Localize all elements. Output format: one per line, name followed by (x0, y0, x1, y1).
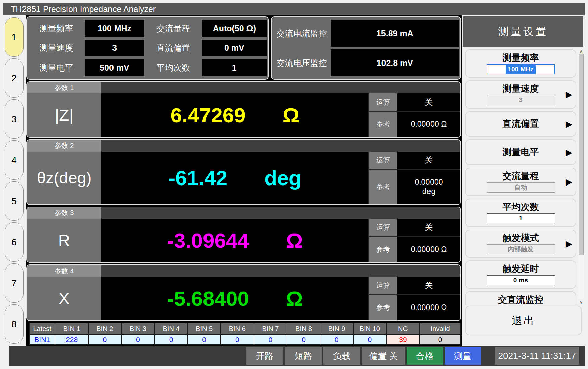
page-tab-5[interactable]: 5 (5, 181, 24, 221)
setting-value-frequency[interactable]: 100 MHz (85, 20, 144, 37)
setting-value-level[interactable]: 500 mV (85, 59, 144, 76)
submenu-arrow-icon: ▶ (566, 147, 572, 158)
parameter-name[interactable]: θz(deg) (27, 152, 101, 204)
parameter-name[interactable]: R (27, 219, 101, 262)
bin-value-invalid: 0 (420, 334, 460, 344)
reference-value[interactable]: 0.00000 Ω (397, 237, 460, 262)
setting-value-dc-bias[interactable]: 0 mV (202, 40, 267, 57)
monitor-label: 交流电流监控 (273, 20, 331, 47)
reference-value[interactable]: 0.00000 deg (397, 170, 460, 204)
bin-header-cell: BIN 6 (221, 323, 254, 334)
sidebar-item-label: 直流偏置 (503, 118, 539, 129)
measure-status-badge: 测量 (445, 347, 481, 365)
sidebar-item-speed[interactable]: 测量速度 3 ▶ (465, 80, 576, 109)
bin-value-cell: 0 (287, 334, 321, 344)
scroll-up-icon[interactable]: ∧ (578, 48, 584, 54)
page-tab-4[interactable]: 4 (5, 140, 24, 180)
bin-value-cell: 228 (55, 334, 89, 344)
short-correction-button[interactable]: 短路 (285, 347, 322, 365)
monitor-value-current: 15.89 mA (331, 20, 459, 47)
parameter-reading: 6.47269 Ω (101, 93, 368, 137)
load-correction-button[interactable]: 负载 (323, 347, 360, 365)
parameter-reading: -3.09644 Ω (101, 219, 368, 262)
ac-range-input[interactable]: 自动 (487, 182, 555, 193)
page-tab-column: 1 2 3 4 5 6 7 8 (3, 15, 26, 346)
bin-header-cell: BIN 7 (254, 323, 287, 334)
operation-value[interactable]: 关 (397, 219, 460, 236)
speed-input[interactable]: 3 (487, 95, 555, 105)
sidebar-item-average[interactable]: 平均次数 1 (465, 199, 576, 227)
pass-status-badge: 合格 (407, 347, 443, 365)
bin-value-cell: 0 (354, 334, 387, 344)
setting-value-ac-range[interactable]: Auto(50 Ω) (202, 20, 267, 37)
monitor-label: 交流电压监控 (273, 49, 331, 76)
bin-header-cell: BIN 3 (122, 323, 155, 334)
trigger-mode-input[interactable]: 内部触发 (487, 244, 555, 254)
bin-table-values: BIN1 228 0 0 0 0 0 0 0 0 0 39 0 (30, 334, 460, 344)
measure-settings-panel: 测量频率 100 MHz 交流量程 Auto(50 Ω) 测量速度 3 直流偏置… (26, 16, 269, 80)
page-tab-1[interactable]: 1 (5, 17, 24, 57)
bin-value-cell: 0 (155, 334, 188, 344)
page-tab-7[interactable]: 7 (5, 263, 24, 303)
title-bar: TH2851 Precision Impedance Analyzer (3, 3, 585, 15)
sidebar-item-label: 测量频率 (503, 52, 539, 64)
sidebar-item-level[interactable]: 测量电平 ▶ (465, 139, 576, 165)
submenu-arrow-icon: ▶ (566, 239, 572, 249)
bin-value-cell: 0 (89, 334, 122, 344)
parameter-panel-3: 参数 3 R -3.09644 Ω 运算 关 (26, 207, 461, 263)
operation-label: 运算 (369, 219, 397, 236)
sidebar-item-dc-bias[interactable]: 直流偏置 ▶ (465, 111, 576, 137)
parameter-panel-2: 参数 2 θz(deg) -61.42 deg 运算 关 (26, 139, 461, 205)
setting-value-average[interactable]: 1 (202, 59, 267, 76)
scroll-down-icon[interactable]: ∨ (578, 299, 584, 305)
operation-label: 运算 (369, 152, 397, 169)
reference-value[interactable]: 0.00000 Ω (397, 295, 460, 320)
exit-button[interactable]: 退出 (465, 306, 582, 335)
submenu-arrow-icon: ▶ (566, 177, 572, 187)
parameter-name[interactable]: |Z| (27, 93, 101, 137)
submenu-arrow-icon: ▶ (566, 119, 572, 129)
setting-label: 测量电平 (28, 59, 85, 76)
bin-value-cell: 0 (320, 334, 354, 344)
sidebar-item-trigger-mode[interactable]: 触发模式 内部触发 ▶ (465, 230, 576, 258)
sidebar-item-ac-range[interactable]: 交流量程 自动 ▶ (465, 168, 576, 196)
reference-value[interactable]: 0.00000 Ω (397, 112, 460, 137)
bin-header-cell-ng: NG (387, 323, 420, 334)
parameter-unit: deg (264, 166, 301, 190)
average-input[interactable]: 1 (487, 213, 555, 223)
parameter-name[interactable]: X (27, 277, 101, 320)
sidebar-item-acdc-monitor[interactable]: 交直流监控 (465, 291, 576, 305)
bin-table-header: Latest BIN 1 BIN 2 BIN 3 BIN 4 BIN 5 BIN… (30, 323, 460, 334)
bin-header-cell: BIN 5 (188, 323, 221, 334)
trigger-delay-input[interactable]: 0 ms (487, 275, 555, 285)
page-tab-8[interactable]: 8 (5, 304, 24, 344)
frequency-input-value: 100 MHz (506, 65, 535, 74)
sidebar-title: 测量设置 (463, 16, 583, 47)
page-tab-2[interactable]: 2 (5, 58, 24, 98)
bias-off-button[interactable]: 偏置 关 (362, 347, 405, 365)
page-tab-6[interactable]: 6 (5, 222, 24, 262)
open-correction-button[interactable]: 开路 (246, 347, 283, 365)
submenu-arrow-icon: ▶ (566, 89, 572, 100)
page-tab-3[interactable]: 3 (5, 99, 24, 139)
sidebar-item-frequency[interactable]: 测量频率 100 MHz (465, 49, 576, 78)
operation-value[interactable]: 关 (397, 277, 460, 294)
settings-sidebar: 测量设置 测量频率 100 MHz 测量速度 3 ▶ 直流偏置 ▶ (462, 15, 585, 346)
operation-value[interactable]: 关 (397, 152, 460, 169)
bin-header-cell: BIN 8 (287, 323, 321, 334)
sidebar-item-label: 交流量程 (503, 170, 539, 182)
setting-label: 测量频率 (28, 20, 85, 37)
setting-label: 测量速度 (28, 40, 85, 57)
monitor-panel: 交流电流监控 15.89 mA 交流电压监控 102.8 mV (271, 16, 461, 80)
operation-value[interactable]: 关 (397, 93, 460, 111)
scrollbar-track[interactable] (578, 54, 584, 299)
parameter-value: -61.42 (168, 166, 227, 190)
parameter-tag: 参数 1 (27, 82, 101, 93)
sidebar-scrollbar[interactable]: ∧ ∨ (578, 48, 584, 305)
bin-header-cell: BIN 4 (155, 323, 188, 334)
app-window: TH2851 Precision Impedance Analyzer 1 2 … (0, 0, 588, 369)
sidebar-item-trigger-delay[interactable]: 触发延时 0 ms (465, 260, 576, 289)
setting-value-speed[interactable]: 3 (85, 40, 144, 57)
scrollbar-thumb[interactable] (579, 54, 584, 255)
frequency-input[interactable]: 100 MHz (487, 64, 555, 74)
